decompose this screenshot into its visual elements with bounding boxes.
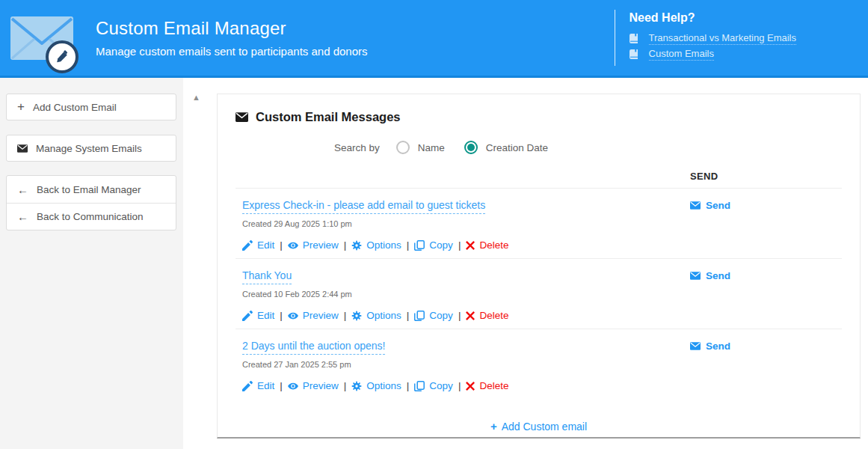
preview-link[interactable]: Preview [288,380,339,391]
eye-icon [288,240,298,251]
preview-label: Preview [303,310,339,321]
email-row: 2 Days until the auction opens! Created … [236,329,842,399]
radio-name[interactable] [396,141,410,154]
separator [344,310,347,321]
x-icon [466,311,475,320]
plus-icon: + [490,421,497,432]
send-link[interactable]: Send [690,340,730,352]
cogs-icon [351,240,362,251]
send-link[interactable]: Send [690,270,730,281]
radio-option-name[interactable]: Name [396,141,445,154]
x-icon [466,382,475,391]
separator [280,239,283,251]
back-to-email-manager-label: Back to Email Manager [37,184,141,195]
help-link-label: Transactional vs Marketing Emails [649,32,796,45]
delete-link[interactable]: Delete [466,239,508,251]
page-subtitle: Manage custom emails sent to participant… [96,45,368,58]
options-label: Options [366,380,401,391]
preview-link[interactable]: Preview [288,310,339,321]
panel-title: Custom Email Messages [256,110,401,124]
edit-link[interactable]: Edit [242,239,274,251]
radio-name-label[interactable]: Name [418,142,445,153]
help-link-transactional-vs-marketing[interactable]: Transactional vs Marketing Emails [630,31,796,46]
email-title-link[interactable]: Thank You [242,269,292,284]
preview-link[interactable]: Preview [288,239,339,251]
add-custom-email-button[interactable]: + Add Custom Email [6,94,176,120]
separator [458,239,461,251]
manage-system-emails-button[interactable]: Manage System Emails [6,135,176,162]
email-row: Thank You Created 10 Feb 2025 2:44 pm Ed… [236,258,842,329]
email-actions: Edit Preview Options Copy Delete [242,310,842,321]
back-links-group: ← Back to Email Manager ← Back to Commun… [6,175,176,230]
radio-option-creation-date[interactable]: Creation Date [464,141,548,154]
send-link[interactable]: Send [690,200,730,211]
arrow-left-icon: ← [17,211,28,222]
custom-email-messages-panel: Custom Email Messages Search by Name Cre… [217,94,861,439]
preview-label: Preview [303,239,339,251]
edit-link[interactable]: Edit [242,380,274,391]
envelope-icon [690,201,701,210]
add-email-row: + Add Custom email [236,420,842,433]
options-link[interactable]: Options [351,239,401,251]
separator [407,380,410,391]
delete-label: Delete [479,239,508,251]
options-label: Options [366,239,401,251]
delete-link[interactable]: Delete [466,380,508,391]
back-to-communication-button[interactable]: ← Back to Communication [7,203,176,230]
eye-icon [288,311,298,321]
search-by-group: Search by Name Creation Date [334,141,842,154]
email-row: Express Check-in - please add email to g… [236,189,842,258]
email-created-date: Created 29 Aug 2025 1:10 pm [242,219,842,228]
plus-icon: + [17,100,25,113]
pencil-icon [242,311,253,321]
edit-label: Edit [257,239,274,251]
help-link-custom-emails[interactable]: Custom Emails [630,47,796,61]
app-logo [10,9,79,70]
copy-label: Copy [429,310,453,321]
options-link[interactable]: Options [351,380,401,391]
send-column-header: SEND [690,171,842,182]
radio-creation-date[interactable] [464,141,478,154]
book-icon [630,49,638,59]
add-custom-email-footer-button[interactable]: + Add Custom email [490,421,587,433]
separator [280,380,283,391]
delete-label: Delete [479,310,508,321]
copy-label: Copy [429,380,453,391]
options-link[interactable]: Options [351,310,401,321]
copy-link[interactable]: Copy [414,310,453,321]
cogs-icon [351,311,362,321]
arrow-left-icon: ← [17,184,28,195]
edit-label: Edit [257,380,274,391]
delete-link[interactable]: Delete [466,310,508,321]
panel-heading: Custom Email Messages [236,110,842,124]
need-help-panel: Need Help? Transactional vs Marketing Em… [615,10,796,66]
copy-link[interactable]: Copy [414,239,453,251]
radio-creation-date-label[interactable]: Creation Date [486,142,548,153]
separator [407,310,410,321]
scroll-top-arrow-icon[interactable]: ▲ [192,94,200,102]
eye-icon [288,381,298,391]
envelope-icon [236,112,248,122]
email-created-date: Created 10 Feb 2025 2:44 pm [242,290,842,299]
help-link-label: Custom Emails [649,48,714,61]
sidebar: + Add Custom Email Manage System Emails … [0,78,183,449]
send-label: Send [706,340,730,352]
x-icon [466,241,475,250]
back-to-communication-label: Back to Communication [37,211,144,222]
email-title-link[interactable]: Express Check-in - please add email to g… [242,199,485,214]
email-actions: Edit Preview Options Copy Delete [242,239,842,251]
copy-icon [414,381,425,391]
send-label: Send [706,200,730,211]
manage-system-emails-label: Manage System Emails [36,143,142,154]
back-to-email-manager-button[interactable]: ← Back to Email Manager [7,176,176,203]
copy-icon [414,311,425,321]
edit-link[interactable]: Edit [242,310,274,321]
envelope-icon [690,272,701,280]
email-title-link[interactable]: 2 Days until the auction opens! [242,340,385,355]
envelope-icon [17,144,28,153]
copy-link[interactable]: Copy [414,380,453,391]
separator [280,310,283,321]
header-title-block: Custom Email Manager Manage custom email… [96,18,368,58]
search-by-label: Search by [334,142,380,153]
separator [458,310,461,321]
